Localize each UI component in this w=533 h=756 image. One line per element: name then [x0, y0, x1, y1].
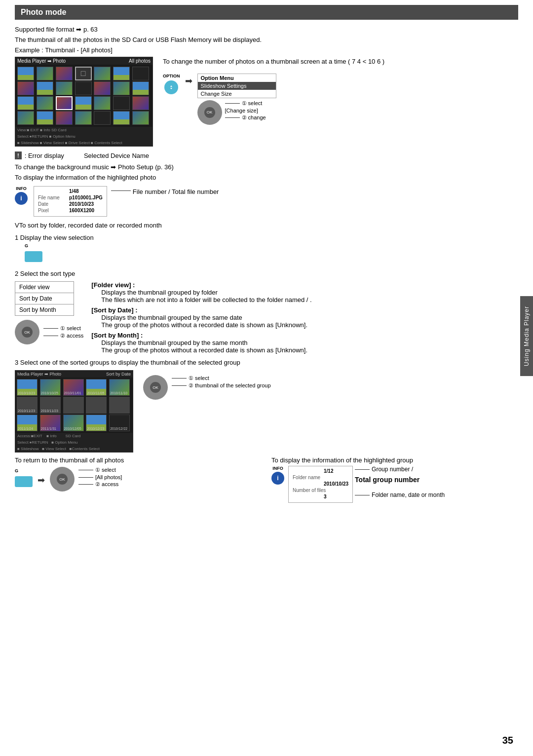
info-pixel-row: Pixel 1600X1200: [38, 208, 103, 213]
mp-thumb-26: [94, 111, 111, 125]
mp-header-left: Media Player ➡ Photo: [17, 58, 66, 64]
bg-music-line1: To change the background music ➡ Photo S…: [15, 163, 518, 171]
return-dpad[interactable]: OK: [50, 467, 75, 491]
info2-frac-key: [293, 468, 320, 474]
change-size-label: [Change size]: [225, 108, 266, 113]
mp-thumb-21: [132, 96, 149, 110]
mp-thumb-10: [56, 81, 73, 95]
mp-thumb-27: [113, 111, 130, 125]
file-number-label: File number / Total file number: [133, 188, 219, 195]
media-player-screenshot: Media Player ➡ Photo All photos □: [15, 57, 153, 147]
step3-section: Media Player ➡ Photo Sort by Date 2010/1…: [15, 370, 518, 453]
option-circle-btn[interactable]: [164, 80, 178, 94]
mp-thumb-5: [94, 67, 111, 80]
info2-count-key: [293, 494, 320, 499]
return-g-button[interactable]: [15, 476, 33, 487]
info-filename-row: File name p1010001.JPG: [38, 195, 103, 200]
sort-row-folder[interactable]: Folder view: [15, 282, 74, 293]
mp2-footer3: ■ Slideshow ■ View Select ■Contents Sele…: [15, 446, 133, 452]
step3-text: 3 Select one of the sorted groups to dis…: [15, 359, 518, 366]
info2-fname-key: Folder name: [293, 475, 320, 480]
mp-thumb-25: [75, 111, 92, 125]
option-menu-item-changesize[interactable]: Change Size: [198, 90, 276, 98]
device-text: Selected Device Name: [84, 152, 149, 159]
mp2-grid: 2010/10/23 2010/10/25 2010/11/01 2010/11…: [15, 378, 133, 433]
group-number-line: Group number /: [355, 466, 445, 473]
mp-thumb-13: [113, 81, 130, 95]
mp-thumb-9: [37, 81, 53, 95]
info2-fraction-row: 1/12: [293, 468, 348, 474]
g-label: G: [25, 243, 28, 248]
info-panel2-box: 1/12 Folder name 2010/10/23 Number of fi…: [288, 466, 353, 503]
mp-footer: View:■ EXIT ■ Info SD Card: [15, 127, 152, 133]
mp2-thumb-12: 2011/1/31: [40, 415, 61, 431]
folder-name-label: Folder name, date or month: [372, 491, 445, 498]
mp-thumb-1: [17, 67, 34, 80]
mp-thumb-22: [17, 111, 34, 125]
sort-section: Folder view Sort by Date Sort by Month O…: [15, 281, 518, 354]
info2-files-key: Number of files: [293, 488, 326, 493]
sort-date-desc2: The group of the photos without a record…: [101, 321, 518, 329]
sort-select-label: ① select: [43, 325, 83, 332]
mp2-thumb-3: 2010/11/01: [63, 379, 84, 396]
mp-footer3-text: ■ Slideshow ■ View Select ■ Drive Select…: [17, 141, 122, 145]
dpad-labels: ① select [Change size] ② change: [225, 100, 266, 121]
g-button[interactable]: [25, 251, 42, 262]
mp-footer3: ■ Slideshow ■ View Select ■ Drive Select…: [15, 140, 152, 146]
mp-thumb-18: [75, 96, 92, 110]
mp-thumbnails: □: [15, 65, 152, 127]
sort-dpad-ok[interactable]: OK: [22, 327, 33, 338]
mp2-thumb-1: 2010/10/23: [17, 379, 38, 396]
info-pixel-key: Pixel: [38, 208, 65, 213]
option-button-group: OPTION: [163, 74, 180, 94]
dpad-ok[interactable]: OK: [204, 107, 215, 118]
mp-thumb-6: [113, 67, 130, 80]
option-label: OPTION: [163, 74, 180, 78]
bottom-section: To return to the thumbnail of all photos…: [15, 456, 518, 503]
return-dpad-labels: ① select [All photos] ② access: [78, 467, 122, 488]
mp2-thumb-2: 2010/10/25: [40, 379, 61, 396]
sort-descriptions: [Folder view] : Displays the thumbnail g…: [91, 281, 518, 354]
info-button-group: INFO i: [15, 186, 28, 205]
option-menu-box: Option Menu Slideshow Settings Change Si…: [197, 74, 276, 98]
info-fraction-val: 1/48: [69, 189, 78, 194]
info2-count-val: 3: [324, 494, 327, 499]
mp2-thumb-6: 2010/11/23: [17, 397, 38, 414]
error-section: ! : Error display Selected Device Name: [15, 151, 518, 159]
mp-thumb-28: [132, 111, 149, 125]
sort-month-label: [Sort by Month] :: [91, 332, 518, 339]
example-label: Example : Thumbnail - [All photos]: [15, 46, 518, 54]
sort-intro: VTo sort by folder, recorded date or rec…: [15, 222, 518, 229]
mp2-thumb-5: 2010/11/10: [109, 379, 130, 396]
info-section: INFO i 1/48 File name p1010001.JPG Date …: [15, 186, 518, 217]
sort-dpad-labels: ① select ② access: [43, 325, 83, 339]
step3-dpad[interactable]: OK: [143, 375, 168, 400]
info-btn2-label: INFO: [272, 466, 283, 471]
mp-footer2: Select:●RETURN ■ Option Menu: [15, 133, 152, 140]
mp-thumb-20: [113, 96, 130, 110]
option-menu-title: Option Menu: [198, 74, 276, 82]
change-label: ② change: [225, 114, 266, 121]
step3-dpad-ok[interactable]: OK: [150, 382, 161, 393]
folder-view-desc1: Displays the thumbnail grouped by folder: [101, 289, 518, 296]
option-menu-item-slideshow[interactable]: Slideshow Settings: [198, 82, 276, 90]
info-circle2[interactable]: i: [271, 472, 284, 485]
return-dpad-ok[interactable]: OK: [57, 474, 68, 485]
info-pixel-val: 1600X1200: [69, 208, 94, 213]
mp2-footer: Access:■EXIT ■ Info SD Card: [15, 433, 133, 439]
info-filename-val: p1010001.JPG: [69, 195, 103, 200]
sort-month-desc1: Displays the thumbnail grouped by the sa…: [101, 339, 518, 346]
info2-date-row: 2010/10/23: [293, 481, 348, 487]
mp-header-right: All photos: [129, 58, 151, 64]
mp2-header-left: Media Player ➡ Photo: [17, 372, 61, 377]
info-circle[interactable]: i: [15, 192, 28, 205]
return-arrow-icon: ➡: [38, 475, 45, 486]
sort-step1: 1 Display the view selection: [15, 234, 518, 241]
bg-music-line2: To display the information of the highli…: [15, 174, 518, 181]
sort-row-date[interactable]: Sort by Date: [15, 293, 74, 304]
sort-row-month[interactable]: Sort by Month: [15, 304, 74, 315]
dpad-icon[interactable]: OK: [197, 100, 222, 125]
sort-dpad[interactable]: OK: [15, 320, 39, 344]
mp-thumb-8: [17, 81, 34, 95]
return-select-label: ① select: [78, 467, 122, 473]
